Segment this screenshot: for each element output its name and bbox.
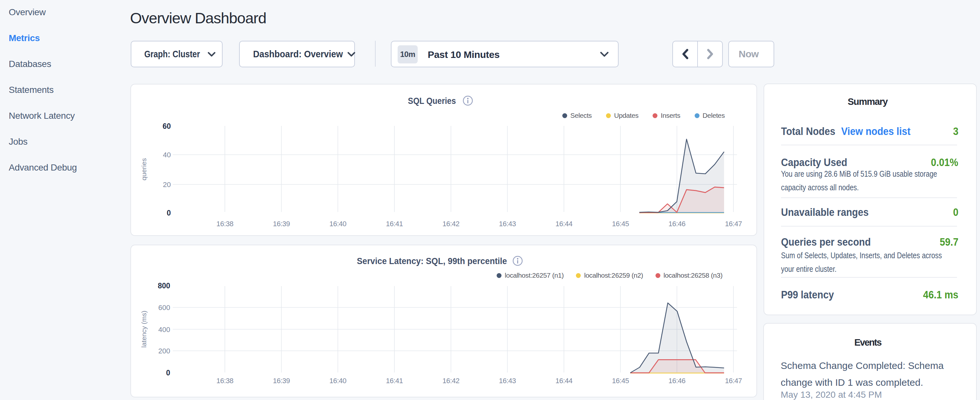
svg-text:40: 40 bbox=[163, 151, 171, 159]
svg-text:16:40: 16:40 bbox=[329, 377, 347, 385]
svg-text:16:40: 16:40 bbox=[329, 220, 347, 228]
svg-text:16:46: 16:46 bbox=[668, 220, 686, 228]
svg-text:queries: queries bbox=[140, 158, 148, 180]
svg-text:16:41: 16:41 bbox=[386, 220, 403, 228]
svg-text:16:46: 16:46 bbox=[668, 377, 686, 385]
svg-text:20: 20 bbox=[163, 180, 171, 189]
svg-text:16:47: 16:47 bbox=[725, 220, 742, 228]
svg-text:60: 60 bbox=[162, 122, 171, 131]
svg-text:16:39: 16:39 bbox=[273, 220, 290, 228]
svg-text:16:41: 16:41 bbox=[386, 377, 403, 385]
svg-text:200: 200 bbox=[158, 347, 170, 355]
svg-text:16:38: 16:38 bbox=[216, 220, 234, 228]
svg-text:16:42: 16:42 bbox=[442, 377, 460, 385]
svg-text:16:43: 16:43 bbox=[499, 220, 516, 228]
svg-text:16:44: 16:44 bbox=[555, 220, 573, 228]
svg-text:400: 400 bbox=[158, 325, 170, 334]
svg-text:16:42: 16:42 bbox=[442, 220, 460, 228]
svg-text:16:38: 16:38 bbox=[216, 377, 234, 385]
svg-text:0: 0 bbox=[167, 209, 171, 217]
svg-text:800: 800 bbox=[158, 282, 170, 290]
svg-text:0: 0 bbox=[166, 369, 170, 377]
svg-text:600: 600 bbox=[158, 304, 170, 312]
svg-text:16:47: 16:47 bbox=[725, 377, 742, 385]
svg-text:latency (ms): latency (ms) bbox=[140, 311, 148, 347]
svg-text:16:44: 16:44 bbox=[555, 377, 573, 385]
svg-text:16:43: 16:43 bbox=[499, 377, 516, 385]
svg-text:16:39: 16:39 bbox=[273, 377, 290, 385]
svg-text:16:45: 16:45 bbox=[612, 220, 629, 228]
svg-text:16:45: 16:45 bbox=[612, 377, 629, 385]
